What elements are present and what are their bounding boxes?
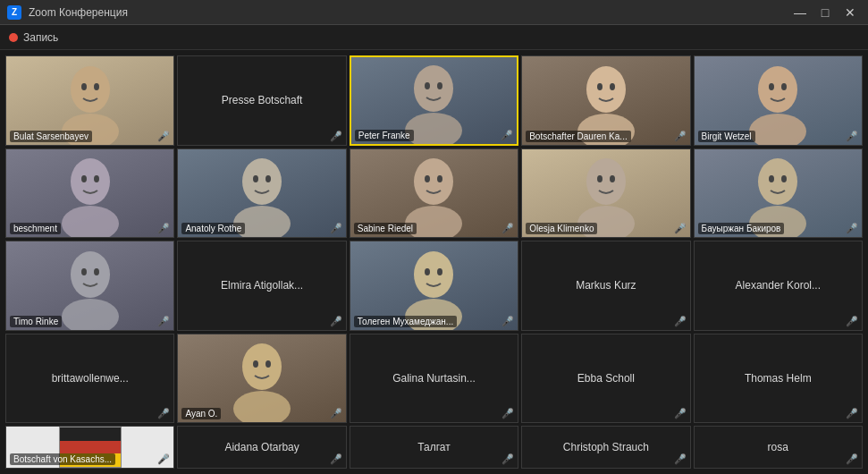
svg-point-14: [769, 83, 774, 90]
participant-name: Толеген Мухамеджан...: [354, 316, 457, 327]
svg-point-37: [62, 299, 119, 330]
participant-name: Timo Rinke: [10, 316, 62, 327]
svg-point-16: [71, 158, 110, 205]
svg-point-45: [233, 391, 291, 422]
mute-icon: 🎤: [501, 453, 514, 465]
participant-tile[interactable]: Elmira Atigollak... 🎤: [177, 241, 346, 331]
participant-name: Peter Franke: [355, 130, 414, 141]
svg-point-36: [71, 251, 110, 298]
participant-display-name: Талгат: [414, 437, 454, 457]
svg-point-30: [597, 175, 603, 182]
svg-point-44: [242, 343, 282, 390]
participant-tile[interactable]: Timo Rinke🎤: [5, 241, 174, 331]
svg-point-11: [610, 83, 615, 90]
mute-icon: 🎤: [330, 408, 342, 419]
title-bar-left: Z Zoom Конференция: [7, 5, 128, 20]
participant-tile[interactable]: Olesja Klimenko🎤: [521, 148, 690, 239]
svg-point-22: [253, 175, 258, 182]
participant-name: Ayan O.: [181, 408, 221, 419]
svg-point-12: [758, 66, 797, 113]
participant-display-name: brittawollenwe...: [48, 368, 132, 388]
mute-icon: 🎤: [501, 223, 514, 234]
svg-point-38: [81, 268, 87, 275]
participant-tile[interactable]: Талгат 🎤: [350, 426, 518, 469]
mute-icon: 🎤: [330, 223, 342, 234]
mute-icon: 🎤: [157, 408, 170, 419]
svg-point-13: [749, 114, 806, 145]
participant-name: Anatoly Rothe: [181, 223, 245, 234]
participant-tile[interactable]: Alexander Korol... 🎤: [694, 241, 863, 331]
svg-point-24: [414, 158, 453, 205]
participant-tile[interactable]: rosa 🎤: [694, 426, 863, 469]
svg-point-23: [265, 175, 271, 182]
participant-tile[interactable]: Thomas Helm 🎤: [694, 334, 863, 424]
mute-icon: 🎤: [330, 131, 342, 142]
mute-icon: 🎤: [674, 316, 687, 327]
participant-tile[interactable]: Presse Botschaft 🎤: [177, 55, 346, 146]
mute-icon: 🎤: [501, 316, 514, 327]
mute-icon: 🎤: [157, 131, 170, 142]
participant-display-name: Thomas Helm: [741, 368, 815, 388]
participant-tile[interactable]: Christoph Strauch 🎤: [521, 426, 690, 469]
mute-icon: 🎤: [674, 453, 687, 465]
participant-tile[interactable]: Botschafter Dauren Ka...🎤: [521, 55, 690, 146]
window-title: Zoom Конференция: [29, 6, 128, 19]
mute-icon: 🎤: [501, 408, 514, 419]
svg-point-2: [81, 83, 87, 90]
svg-point-4: [414, 65, 453, 112]
participants-grid: Bulat Sarsenbayev🎤 Presse Botschaft 🎤 Pe…: [0, 50, 868, 474]
title-bar-controls: — □ ✕: [789, 4, 861, 21]
participant-tile[interactable]: Бауыржан Бакиров🎤: [694, 148, 863, 239]
participant-display-name: Ebba Scholl: [574, 368, 638, 388]
svg-point-6: [425, 82, 430, 89]
mute-icon: 🎤: [674, 131, 687, 142]
mute-icon: 🎤: [330, 453, 342, 465]
mute-icon: 🎤: [674, 408, 687, 419]
participant-tile[interactable]: Peter Franke🎤: [350, 55, 518, 146]
participant-display-name: rosa: [764, 437, 792, 457]
participant-display-name: Galina Nurtasin...: [389, 368, 479, 388]
participant-tile[interactable]: Botschaft von Kasachs...🎤: [5, 426, 174, 469]
svg-point-10: [597, 83, 603, 90]
participant-tile[interactable]: Birgit Wetzel🎤: [694, 55, 863, 146]
participant-name: beschment: [10, 223, 61, 234]
svg-point-20: [242, 158, 282, 205]
participant-tile[interactable]: Sabine Riedel🎤: [350, 148, 518, 239]
participant-tile[interactable]: brittawollenwe... 🎤: [5, 334, 174, 424]
mute-icon: 🎤: [846, 131, 858, 142]
svg-point-39: [94, 268, 99, 275]
svg-point-35: [781, 175, 787, 182]
svg-point-34: [769, 175, 774, 182]
svg-point-7: [437, 82, 442, 89]
participant-name: Birgit Wetzel: [698, 131, 755, 142]
maximize-button[interactable]: □: [814, 4, 836, 21]
close-button[interactable]: ✕: [839, 4, 861, 21]
participant-tile[interactable]: Толеген Мухамеджан...🎤: [350, 241, 518, 331]
svg-point-31: [610, 175, 615, 182]
svg-point-17: [62, 206, 119, 237]
svg-point-3: [94, 83, 99, 90]
participant-tile[interactable]: Ebba Scholl 🎤: [521, 334, 690, 424]
minimize-button[interactable]: —: [789, 4, 811, 21]
mute-icon: 🎤: [330, 316, 342, 327]
mute-icon: 🎤: [157, 453, 170, 465]
participant-tile[interactable]: beschment🎤: [5, 148, 174, 239]
participant-name: Bulat Sarsenbayev: [10, 131, 92, 142]
mute-icon: 🎤: [157, 223, 170, 234]
mute-icon: 🎤: [501, 130, 513, 141]
svg-point-27: [437, 175, 442, 182]
record-indicator: [9, 33, 18, 42]
participant-tile[interactable]: Ayan O.🎤: [177, 334, 346, 424]
mute-icon: 🎤: [674, 223, 687, 234]
participant-tile[interactable]: Anatoly Rothe🎤: [177, 148, 346, 239]
participant-tile[interactable]: Markus Kurz 🎤: [521, 241, 690, 331]
mute-icon: 🎤: [846, 223, 858, 234]
toolbar: Запись: [0, 25, 868, 50]
participant-tile[interactable]: Aidana Otarbay 🎤: [177, 426, 346, 469]
participant-display-name: Elmira Atigollak...: [217, 275, 307, 295]
participant-display-name: Christoph Strauch: [560, 437, 653, 457]
mute-icon: 🎤: [157, 316, 170, 327]
participant-tile[interactable]: Galina Nurtasin... 🎤: [350, 334, 518, 424]
participant-name: Olesja Klimenko: [526, 223, 597, 234]
participant-tile[interactable]: Bulat Sarsenbayev🎤: [5, 55, 174, 146]
